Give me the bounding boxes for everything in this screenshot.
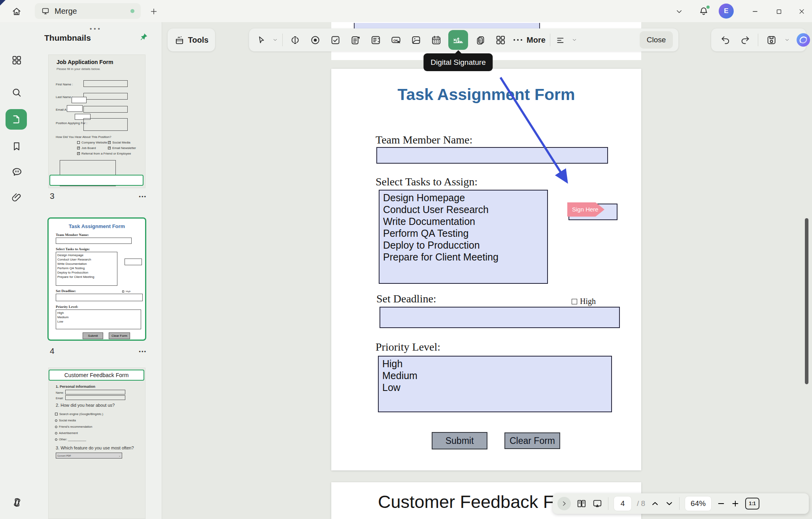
panel-title: Thumbnails bbox=[44, 33, 91, 43]
task-option[interactable]: Design Homepage bbox=[383, 192, 544, 204]
sidebar-item-attachments[interactable] bbox=[11, 192, 22, 203]
thumb4-menu-icon[interactable]: ••• bbox=[139, 349, 147, 355]
previous-page-icon[interactable] bbox=[651, 499, 659, 508]
close-window-button[interactable] bbox=[794, 6, 810, 17]
sidebar-item-overview[interactable] bbox=[11, 55, 22, 66]
tasks-listbox[interactable]: Design Homepage Conduct User Research Wr… bbox=[379, 190, 548, 284]
comment-icon bbox=[11, 166, 23, 178]
vertical-scrollbar[interactable] bbox=[805, 218, 808, 384]
redo-button[interactable] bbox=[738, 31, 751, 49]
date-field-tool-button[interactable] bbox=[428, 31, 444, 49]
quick-actions-toolbar bbox=[711, 28, 806, 51]
sidebar-item-bookmarks[interactable] bbox=[11, 141, 22, 152]
next-page-title: Customer Feedback F bbox=[378, 492, 554, 512]
alignment-chevron-icon[interactable] bbox=[572, 37, 577, 43]
sidebar-item-comments[interactable] bbox=[11, 166, 22, 177]
high-checkbox[interactable]: High bbox=[572, 297, 596, 306]
save-options-chevron-icon[interactable] bbox=[784, 37, 790, 43]
thumb3-last-name-field bbox=[83, 93, 128, 100]
radio-button-tool-button[interactable] bbox=[307, 31, 323, 49]
sidebar-item-search[interactable] bbox=[11, 87, 22, 98]
new-tab-button[interactable] bbox=[147, 6, 161, 17]
panel-drag-handle-icon[interactable]: ••• bbox=[90, 25, 102, 32]
tools-icon bbox=[174, 35, 185, 45]
thumb4-tasks-label: Select Tasks to Assign: bbox=[56, 247, 90, 251]
actual-size-button[interactable]: 1:1 bbox=[745, 498, 759, 510]
alignment-tool-button[interactable] bbox=[555, 31, 567, 49]
dropdown-list-icon bbox=[350, 35, 361, 45]
thumb5-title: Customer Feedback Form bbox=[64, 372, 129, 378]
thumb3-position-label: Position Applying For : bbox=[56, 121, 87, 125]
field-layout-tool-button-disabled[interactable] bbox=[493, 31, 508, 49]
thumb5-section2: 2. How did you hear about us? bbox=[56, 403, 115, 408]
svg-text:OK: OK bbox=[393, 38, 398, 42]
zoom-in-icon[interactable] bbox=[731, 499, 740, 508]
collapse-bar-button[interactable] bbox=[557, 497, 571, 510]
tab-merge[interactable]: Merge bbox=[35, 3, 141, 19]
zoom-level-input[interactable]: 64% bbox=[685, 496, 711, 511]
tools-button[interactable]: Tools bbox=[168, 28, 215, 51]
clear-form-button[interactable]: Clear Form bbox=[504, 432, 560, 449]
thumbnail-page-5[interactable]: Customer Feedback Form 1. Personal Infor… bbox=[48, 368, 145, 519]
checkbox-tool-button[interactable] bbox=[327, 31, 343, 49]
close-form-mode-button[interactable]: Close bbox=[640, 31, 673, 49]
sidebar-item-thumbnails-active[interactable] bbox=[6, 109, 27, 130]
duplicate-tool-button-disabled[interactable] bbox=[472, 31, 488, 49]
team-member-field[interactable] bbox=[376, 147, 608, 164]
thumb3-menu-icon[interactable]: ••• bbox=[139, 194, 147, 200]
page-total: / 8 bbox=[637, 499, 645, 508]
task-option[interactable]: Conduct User Research bbox=[383, 204, 544, 215]
reader-view-icon[interactable] bbox=[576, 498, 587, 509]
dropdown-tool-button[interactable] bbox=[347, 31, 363, 49]
tooltip: Digital Signature bbox=[423, 53, 493, 71]
home-button[interactable] bbox=[8, 4, 25, 19]
image-field-tool-button[interactable] bbox=[408, 31, 424, 49]
maximize-button[interactable] bbox=[771, 6, 787, 17]
notifications-button[interactable] bbox=[696, 6, 712, 17]
list-box-tool-button[interactable] bbox=[368, 31, 383, 49]
thumbnail-page-4-selected[interactable]: Task Assignment Form Team Member Name: S… bbox=[47, 217, 146, 341]
page-icon bbox=[11, 114, 21, 125]
submit-button[interactable]: Submit bbox=[432, 432, 487, 449]
priority-option[interactable]: Low bbox=[382, 381, 608, 393]
next-page-icon[interactable] bbox=[665, 499, 674, 508]
thumbnails-panel: ••• Thumbnails Job Application Form Plea… bbox=[32, 22, 162, 519]
task-option[interactable]: Prepare for Client Meeting bbox=[383, 251, 544, 263]
thumbnail-page-3[interactable]: Job Application Form Please fill in your… bbox=[48, 55, 145, 188]
tabs-dropdown-button[interactable] bbox=[671, 6, 687, 17]
chevron-down-icon bbox=[676, 8, 683, 15]
deadline-field[interactable] bbox=[380, 307, 620, 328]
undo-button[interactable] bbox=[719, 31, 732, 49]
thumb3-first-name-field bbox=[83, 80, 128, 87]
task-option[interactable]: Deploy to Producction bbox=[383, 239, 544, 251]
window-corner bbox=[0, 0, 6, 6]
priority-listbox[interactable]: High Medium Low bbox=[378, 356, 612, 412]
more-button[interactable]: More bbox=[513, 36, 546, 45]
avatar[interactable]: E bbox=[719, 4, 734, 19]
save-button[interactable] bbox=[765, 31, 778, 49]
sidebar-item-appearance[interactable] bbox=[11, 496, 22, 508]
checkbox-icon bbox=[330, 35, 341, 45]
task-option[interactable]: Perform QA Testing bbox=[383, 227, 544, 239]
pin-icon[interactable] bbox=[139, 32, 148, 42]
priority-option[interactable]: High bbox=[382, 358, 608, 370]
monitor-icon bbox=[41, 7, 50, 15]
priority-option[interactable]: Medium bbox=[382, 370, 608, 381]
text-field-tool-button[interactable] bbox=[287, 31, 303, 49]
checkbox-icon[interactable] bbox=[572, 299, 577, 304]
presentation-mode-icon[interactable] bbox=[592, 498, 602, 509]
tooltip-text: Digital Signature bbox=[431, 58, 485, 66]
minimize-button[interactable] bbox=[747, 6, 763, 17]
priority-label: Priority Level: bbox=[376, 341, 440, 353]
digital-signature-button-active[interactable]: Digital Signature bbox=[448, 30, 468, 50]
page-number-input[interactable]: 4 bbox=[614, 496, 631, 511]
zoom-out-icon[interactable] bbox=[717, 499, 725, 508]
calendar-icon bbox=[431, 35, 442, 45]
ai-assistant-button[interactable] bbox=[797, 33, 810, 47]
select-tool-chevron-icon[interactable] bbox=[272, 37, 278, 43]
push-button-tool-button[interactable]: OK bbox=[388, 31, 404, 49]
task-option[interactable]: Write Documentation bbox=[383, 215, 544, 227]
select-tool-button[interactable] bbox=[255, 31, 268, 49]
thumb3-insert-marker bbox=[49, 175, 144, 186]
thumb4-page-number: 4 bbox=[50, 346, 55, 356]
